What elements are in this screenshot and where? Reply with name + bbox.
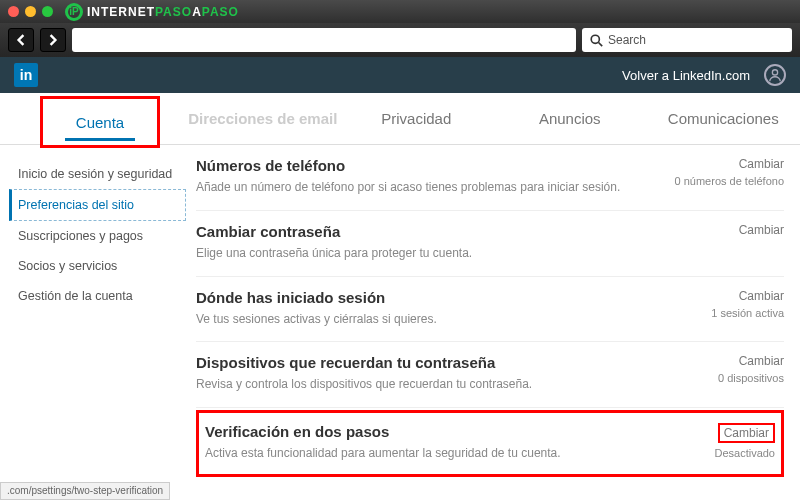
tab-faded-background: Direcciones de email [186, 93, 340, 144]
tab-anuncios[interactable]: Anuncios [493, 93, 647, 144]
tab-cuenta-highlight: Cuenta [40, 96, 160, 148]
setting-password[interactable]: Cambiar contraseña Elige una contraseña … [196, 211, 784, 277]
setting-desc: Activa esta funcionalidad para aumentar … [205, 445, 643, 462]
search-input[interactable]: Search [582, 28, 792, 52]
setting-status: 0 dispositivos [718, 372, 784, 384]
setting-title: Números de teléfono [196, 157, 652, 174]
setting-status: Desactivado [714, 447, 775, 459]
site-brand: iP INTERNETPASOAPASO [65, 3, 239, 21]
setting-desc: Añade un número de teléfono por si acaso… [196, 179, 652, 196]
brand-icon: iP [65, 3, 83, 21]
sidebar-item-suscripciones[interactable]: Suscripciones y pagos [18, 221, 186, 251]
svg-line-1 [599, 42, 603, 46]
settings-main: Números de teléfono Añade un número de t… [186, 145, 800, 482]
setting-status: 1 sesión activa [711, 307, 784, 319]
forward-button[interactable] [40, 28, 66, 52]
setting-desc: Ve tus sesiones activas y ciérralas si q… [196, 311, 652, 328]
browser-toolbar: Search [0, 23, 800, 57]
setting-telefono[interactable]: Números de teléfono Añade un número de t… [196, 145, 784, 211]
setting-desc: Revisa y controla los dispositivos que r… [196, 376, 652, 393]
app-header: in Volver a LinkedIn.com [0, 57, 800, 93]
search-placeholder: Search [608, 33, 646, 47]
svg-point-0 [591, 35, 599, 43]
change-link[interactable]: Cambiar [664, 289, 784, 303]
browser-titlebar: iP INTERNETPASOAPASO [0, 0, 800, 23]
brand-text: INTERNETPASOAPASO [87, 5, 239, 19]
change-link[interactable]: Cambiar [664, 157, 784, 171]
setting-devices[interactable]: Dispositivos que recuerdan tu contraseña… [196, 342, 784, 408]
sidebar-item-socios[interactable]: Socios y servicios [18, 251, 186, 281]
sidebar-item-gestion[interactable]: Gestión de la cuenta [18, 281, 186, 311]
setting-title: Dónde has iniciado sesión [196, 289, 652, 306]
change-link[interactable]: Cambiar [664, 223, 784, 237]
setting-title: Dispositivos que recuerdan tu contraseña [196, 354, 652, 371]
back-to-site-link[interactable]: Volver a LinkedIn.com [622, 68, 750, 83]
browser-status-bar: .com/psettings/two-step-verification [0, 482, 170, 500]
tab-active-underline [65, 138, 135, 141]
search-icon [590, 34, 603, 47]
setting-two-step-highlight: Verificación en dos pasos Activa esta fu… [196, 410, 784, 477]
back-button[interactable] [8, 28, 34, 52]
window-min-dot[interactable] [25, 6, 36, 17]
window-max-dot[interactable] [42, 6, 53, 17]
section-heading-preferencias: Preferencias del sitio [196, 477, 784, 482]
setting-status: 0 números de teléfono [675, 175, 784, 187]
tab-cuenta[interactable]: Cuenta [76, 114, 124, 131]
window-close-dot[interactable] [8, 6, 19, 17]
sidebar-item-login[interactable]: Inicio de sesión y seguridad [18, 159, 186, 189]
svg-point-2 [772, 70, 777, 75]
url-input[interactable] [72, 28, 576, 52]
linkedin-logo-icon[interactable]: in [14, 63, 38, 87]
settings-sidebar: Inicio de sesión y seguridad Preferencia… [0, 145, 186, 482]
setting-title: Cambiar contraseña [196, 223, 652, 240]
sidebar-item-preferencias[interactable]: Preferencias del sitio [9, 189, 186, 221]
tab-comunicaciones[interactable]: Comunicaciones [647, 93, 801, 144]
change-link[interactable]: Cambiar [664, 354, 784, 368]
setting-desc: Elige una contraseña única para proteger… [196, 245, 652, 262]
change-link-highlighted[interactable]: Cambiar [718, 423, 775, 443]
setting-sessions[interactable]: Dónde has iniciado sesión Ve tus sesione… [196, 277, 784, 343]
setting-title: Verificación en dos pasos [205, 423, 643, 440]
tab-privacidad[interactable]: Privacidad [340, 93, 494, 144]
user-avatar-icon[interactable] [764, 64, 786, 86]
